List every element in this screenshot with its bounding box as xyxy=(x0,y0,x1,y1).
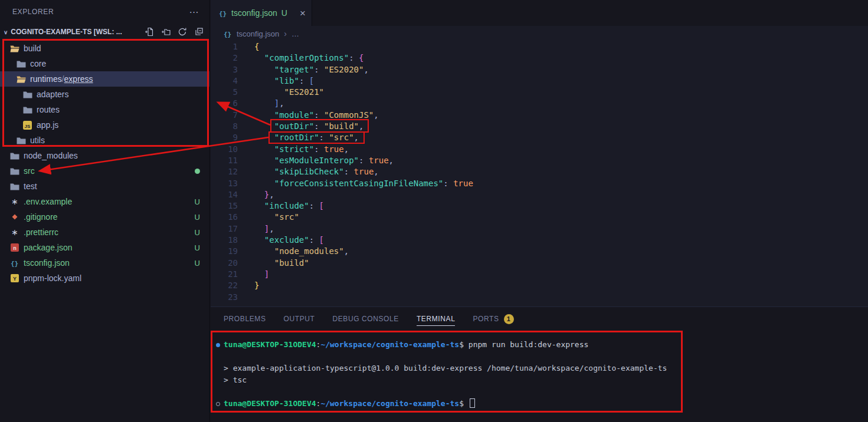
explorer-header: EXPLORER ⋯ xyxy=(0,0,209,24)
tree-item-src[interactable]: src xyxy=(0,163,209,179)
code-text: "rootDir": "src", xyxy=(254,132,359,143)
code-text: "strict": true, xyxy=(254,144,349,155)
new-file-icon[interactable] xyxy=(145,27,154,37)
line-number: 11 xyxy=(211,155,238,166)
panel-tab-terminal[interactable]: TERMINAL xyxy=(417,307,455,331)
panel-tab-debug-console[interactable]: DEBUG CONSOLE xyxy=(332,307,399,331)
line-number: 10 xyxy=(211,144,238,155)
line-number: 17 xyxy=(211,223,238,235)
line-number: 18 xyxy=(211,235,238,246)
tree-item-gitignore[interactable]: .gitignoreU xyxy=(0,209,209,225)
code-line: 4 "lib": [ xyxy=(211,75,868,87)
tree-item-pnpm-lock-yaml[interactable]: Ypnpm-lock.yaml xyxy=(0,271,209,286)
code-line: 22} xyxy=(211,280,868,291)
code-text: "target": "ES2020", xyxy=(254,64,369,75)
tree-item-core[interactable]: core xyxy=(0,56,209,71)
code-line: 18 "exclude": [ xyxy=(211,235,868,246)
code-text: "lib": [ xyxy=(254,75,314,87)
line-number: 9 xyxy=(211,132,238,143)
ports-count-badge: 1 xyxy=(504,314,514,324)
folder-icon xyxy=(9,166,19,176)
tree-item-test[interactable]: test xyxy=(0,179,209,194)
code-text: ] xyxy=(254,269,269,280)
panel-tab-label: PORTS xyxy=(473,315,499,323)
project-section-header[interactable]: ∨ COGNITO-EXAMPLE-TS [WSL: ... xyxy=(0,24,209,40)
line-number: 16 xyxy=(211,212,238,223)
code-line: 15 "include": [ xyxy=(211,200,868,212)
tree-item-adapters[interactable]: adapters xyxy=(0,87,209,102)
code-line: 3 "target": "ES2020", xyxy=(211,64,868,75)
code-line: 10 "strict": true, xyxy=(211,144,868,155)
editor-area: {} tsconfig.json U × {} tsconfig.json › … xyxy=(211,0,868,306)
tree-item-label: core xyxy=(30,59,46,68)
panel-tab-ports[interactable]: PORTS1 xyxy=(473,307,513,331)
code-line: 19 "node_modules", xyxy=(211,246,868,257)
breadcrumb-separator-icon: › xyxy=(284,29,287,38)
code-line: 17 ], xyxy=(211,223,868,235)
code-line: 12 "skipLibCheck": true, xyxy=(211,166,868,177)
folder-icon xyxy=(16,136,26,145)
terminal-line xyxy=(215,351,868,362)
close-icon[interactable]: × xyxy=(300,8,306,18)
folder-icon xyxy=(22,90,32,99)
code-text: "exclude": [ xyxy=(254,235,324,246)
folder-icon xyxy=(16,59,26,68)
panel-tab-problems[interactable]: PROBLEMS xyxy=(224,307,266,331)
code-line: 1{ xyxy=(211,41,868,52)
tree-item-env-example[interactable]: ∗.env.exampleU xyxy=(0,194,209,209)
tsconfig-file-icon: {} xyxy=(223,29,232,38)
bottom-panel: PROBLEMSOUTPUTDEBUG CONSOLETERMINALPORTS… xyxy=(211,306,868,422)
command-decoration-hollow-icon xyxy=(216,402,220,406)
code-text: "skipLibCheck": true, xyxy=(254,166,379,177)
tree-item-label: runtimes xyxy=(30,74,62,84)
tree-item-label: app.js xyxy=(37,120,58,130)
code-text: "esModuleInterop": true, xyxy=(254,155,394,166)
code-text: "module": "CommonJS", xyxy=(254,110,379,121)
tree-item-routes[interactable]: routes xyxy=(0,102,209,117)
tree-item-build[interactable]: build xyxy=(0,41,209,56)
breadcrumb-file[interactable]: tsconfig.json xyxy=(237,29,279,38)
refresh-icon[interactable] xyxy=(178,27,187,37)
more-actions-icon[interactable]: ⋯ xyxy=(189,6,199,18)
code-line: 14 }, xyxy=(211,189,868,200)
svg-text:∗: ∗ xyxy=(11,197,18,206)
tree-item-prettierrc[interactable]: ∗.prettierrcU xyxy=(0,225,209,240)
tsconfig-file-icon: {} xyxy=(9,258,19,268)
tree-item-label: utils xyxy=(30,136,45,145)
terminal-output[interactable]: tuna@DESKTOP-31ODEV4:~/workspace/cognito… xyxy=(211,331,868,410)
code-line: 13 "forceConsistentCasingInFileNames": t… xyxy=(211,178,868,189)
code-text: "build" xyxy=(254,258,309,269)
tab-label: tsconfig.json xyxy=(231,8,277,18)
folder-open-icon xyxy=(9,44,19,53)
tree-item-label: package.json xyxy=(24,243,73,252)
code-text: "node_modules", xyxy=(254,246,349,257)
panel-tabs: PROBLEMSOUTPUTDEBUG CONSOLETERMINALPORTS… xyxy=(211,307,868,331)
explorer-title: EXPLORER xyxy=(12,8,54,16)
panel-tab-label: TERMINAL xyxy=(417,315,455,326)
code-area[interactable]: 1{2 "compilerOptions": {3 "target": "ES2… xyxy=(211,41,868,303)
panel-tab-label: OUTPUT xyxy=(284,315,315,323)
terminal-line: > tsc xyxy=(215,374,868,386)
tree-item-utils[interactable]: utils xyxy=(0,133,209,148)
collapse-all-icon[interactable] xyxy=(194,27,204,37)
line-number: 5 xyxy=(211,87,238,98)
tree-item-label: routes xyxy=(37,105,60,114)
terminal-line: tuna@DESKTOP-31ODEV4:~/workspace/cognito… xyxy=(215,339,868,351)
git-status-badge: U xyxy=(195,213,200,222)
tree-item-label: src xyxy=(24,166,35,176)
tree-item-app-js[interactable]: JSapp.js xyxy=(0,117,209,133)
new-folder-icon[interactable] xyxy=(161,27,171,37)
tree-item-runtimes-express[interactable]: runtimes / express xyxy=(0,71,209,87)
breadcrumb-more[interactable]: … xyxy=(291,29,299,38)
line-number: 22 xyxy=(211,280,238,291)
tree-item-tsconfig-json[interactable]: {}tsconfig.jsonU xyxy=(0,255,209,271)
panel-tab-output[interactable]: OUTPUT xyxy=(284,307,315,331)
line-number: 19 xyxy=(211,246,238,257)
tree-item-node-modules[interactable]: node_modules xyxy=(0,148,209,163)
code-text: }, xyxy=(254,189,274,200)
tab-tsconfig-json[interactable]: {} tsconfig.json U × xyxy=(211,0,312,26)
code-line: 20 "build" xyxy=(211,258,868,269)
npm-file-icon: n xyxy=(9,243,19,252)
tree-item-package-json[interactable]: npackage.jsonU xyxy=(0,240,209,255)
tree-item-label: node_modules xyxy=(24,151,78,160)
